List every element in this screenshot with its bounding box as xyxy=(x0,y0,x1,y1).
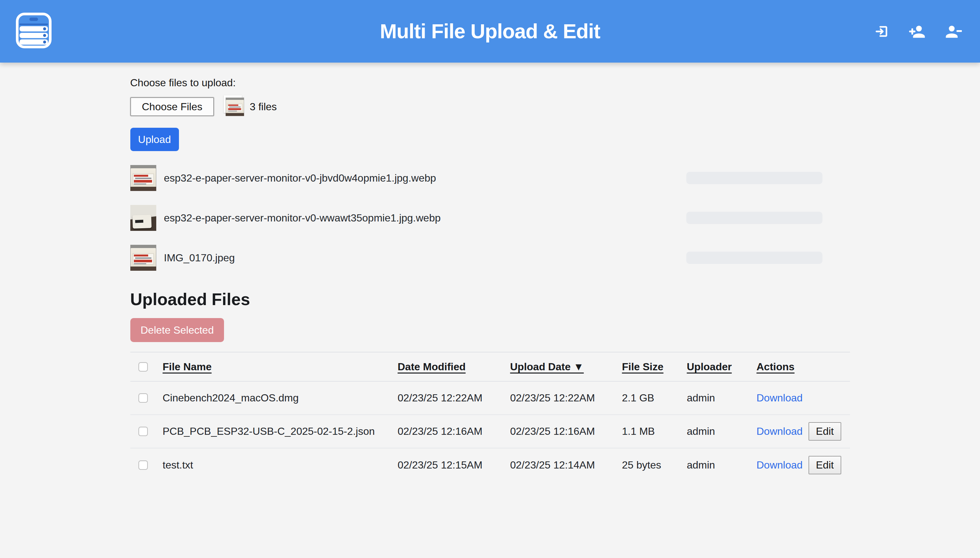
cell-file-name: PCB_PCB_ESP32-USB-C_2025-02-15-2.json xyxy=(163,425,398,437)
cell-date-modified: 02/23/25 12:15AM xyxy=(398,459,510,471)
pending-file-name: esp32-e-paper-server-monitor-v0-jbvd0w4o… xyxy=(164,172,436,184)
delete-selected-button[interactable]: Delete Selected xyxy=(130,318,225,342)
app-header: Multi File Upload & Edit xyxy=(0,0,980,62)
server-stack-logo-icon xyxy=(16,12,52,49)
pending-file-name: IMG_0170.jpeg xyxy=(164,252,235,264)
pending-file-row: esp32-e-paper-server-monitor-v0-wwawt35o… xyxy=(130,205,850,231)
cell-date-modified: 02/23/25 12:16AM xyxy=(398,425,510,437)
cell-upload-date: 02/23/25 12:22AM xyxy=(510,392,622,404)
file-photo-thumbnail xyxy=(130,245,156,271)
upload-progress-bar xyxy=(686,252,823,264)
file-photo-thumbnail xyxy=(130,165,156,191)
file-input-row: Choose Files 3 files xyxy=(130,97,850,116)
photo-thumbnail xyxy=(226,98,244,116)
cell-uploader: admin xyxy=(687,459,757,471)
choose-files-button[interactable]: Choose Files xyxy=(130,97,214,116)
cell-upload-date: 02/23/25 12:14AM xyxy=(510,459,622,471)
upload-button[interactable]: Upload xyxy=(130,128,179,151)
download-link[interactable]: Download xyxy=(757,392,803,404)
row-checkbox[interactable] xyxy=(138,393,148,403)
table-row: PCB_PCB_ESP32-USB-C_2025-02-15-2.json 02… xyxy=(130,415,850,448)
column-header-date-modified[interactable]: Date Modified xyxy=(398,361,466,373)
column-header-actions[interactable]: Actions xyxy=(757,361,795,373)
cell-uploader: admin xyxy=(687,392,757,404)
row-checkbox[interactable] xyxy=(138,460,148,470)
table-header-row: File Name Date Modified Upload Date ▼ Fi… xyxy=(130,352,850,382)
pending-upload-list: esp32-e-paper-server-monitor-v0-jbvd0w4o… xyxy=(130,165,850,271)
pending-file-row: esp32-e-paper-server-monitor-v0-jbvd0w4o… xyxy=(130,165,850,191)
pending-file-name: esp32-e-paper-server-monitor-v0-wwawt35o… xyxy=(164,212,441,224)
row-checkbox[interactable] xyxy=(138,427,148,436)
upload-progress-bar xyxy=(686,172,823,184)
selected-files-thumbnail xyxy=(226,98,244,116)
cell-uploader: admin xyxy=(687,425,757,437)
uploaded-files-table: File Name Date Modified Upload Date ▼ Fi… xyxy=(130,352,850,482)
cell-file-name: Cinebench2024_macOS.dmg xyxy=(163,392,398,404)
cell-date-modified: 02/23/25 12:22AM xyxy=(398,392,510,404)
person-add-icon[interactable] xyxy=(909,23,926,40)
login-icon[interactable] xyxy=(874,24,889,39)
upload-progress-bar xyxy=(686,212,823,224)
selected-files-count: 3 files xyxy=(250,101,277,113)
table-row: test.txt 02/23/25 12:15AM 02/23/25 12:14… xyxy=(130,448,850,482)
header-actions xyxy=(874,0,962,62)
cell-file-size: 1.1 MB xyxy=(622,425,687,437)
select-all-checkbox[interactable] xyxy=(138,362,148,372)
choose-files-label: Choose files to upload: xyxy=(130,77,850,89)
column-header-upload-date[interactable]: Upload Date ▼ xyxy=(510,361,584,373)
column-header-uploader[interactable]: Uploader xyxy=(687,361,732,373)
uploaded-files-heading: Uploaded Files xyxy=(130,289,850,309)
main-content: Choose files to upload: Choose Files 3 f… xyxy=(130,62,850,482)
cell-upload-date: 02/23/25 12:16AM xyxy=(510,425,622,437)
file-photo-thumbnail xyxy=(130,205,156,231)
cell-file-size: 2.1 GB xyxy=(622,392,687,404)
table-row: Cinebench2024_macOS.dmg 02/23/25 12:22AM… xyxy=(130,382,850,415)
edit-button[interactable]: Edit xyxy=(808,456,841,474)
edit-button[interactable]: Edit xyxy=(808,422,841,441)
person-remove-icon[interactable] xyxy=(945,23,962,40)
pending-file-row: IMG_0170.jpeg xyxy=(130,245,850,271)
page-title: Multi File Upload & Edit xyxy=(380,19,600,43)
cell-file-name: test.txt xyxy=(163,459,398,471)
column-header-file-size[interactable]: File Size xyxy=(622,361,664,373)
download-link[interactable]: Download xyxy=(757,459,803,471)
column-header-file-name[interactable]: File Name xyxy=(163,361,212,373)
cell-file-size: 25 bytes xyxy=(622,459,687,471)
download-link[interactable]: Download xyxy=(757,425,803,437)
